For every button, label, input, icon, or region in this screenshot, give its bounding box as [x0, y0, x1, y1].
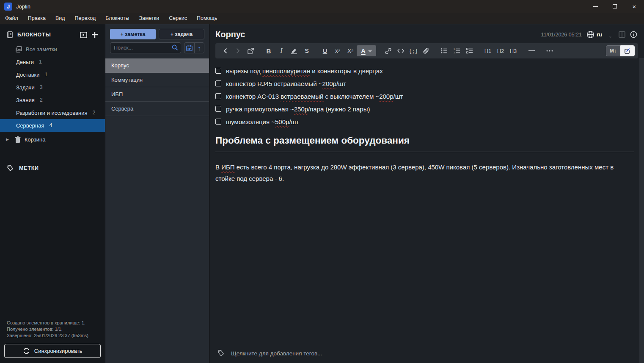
note-list-items: КорпусКоммутацияИБПСервера	[105, 58, 209, 116]
spellcheck-language[interactable]: ru	[586, 30, 602, 39]
close-button[interactable]: ×	[625, 0, 644, 13]
strikethrough-icon[interactable]: S	[300, 45, 313, 56]
notebook-label: Разработки и исследования	[16, 110, 88, 116]
svg-text:1.: 1.	[454, 48, 456, 50]
tag-bar[interactable]: Щелкните для добавления тегов...	[209, 344, 644, 363]
sidebar-item-notebook[interactable]: Знания2	[0, 94, 105, 106]
heading1-button[interactable]: H1	[482, 45, 494, 56]
info-icon[interactable]	[630, 31, 637, 38]
underline-icon[interactable]: U	[319, 45, 331, 56]
bold-icon[interactable]: B	[262, 45, 275, 56]
numbered-list-icon[interactable]: 1.2.	[451, 45, 463, 56]
trash-icon	[14, 136, 21, 143]
synchronize-button[interactable]: Синхронизировать	[4, 344, 101, 358]
new-todo-button[interactable]: + задача	[159, 29, 204, 39]
editor-panel: Корпус 11/01/2026 05:21 ru	[209, 24, 644, 363]
text-color-a-glyph: A	[361, 47, 365, 54]
text-segment: и коннекторы в дверцах	[310, 67, 383, 75]
tag-bar-icon	[217, 350, 225, 357]
sort-date-button[interactable]	[184, 43, 194, 53]
sidebar-item-notebook[interactable]: Деньги1	[0, 55, 105, 68]
menu-item[interactable]: Помощь	[197, 15, 217, 21]
note-properties-layout-icon[interactable]	[619, 31, 625, 38]
checkbox-unchecked[interactable]	[215, 119, 221, 125]
heading2-button[interactable]: H2	[494, 45, 507, 56]
bullet-list-icon[interactable]	[438, 45, 451, 56]
maximize-button[interactable]	[605, 0, 625, 13]
checklist-item: ручка прямоугольная ~250р/пара (нужно 2 …	[215, 103, 634, 115]
menu-item[interactable]: Заметки	[139, 15, 159, 21]
trash-expand-icon[interactable]: ▶	[6, 137, 11, 141]
sort-order-button[interactable]: ↑	[194, 43, 204, 53]
toggle-editor-layout-icon[interactable]	[80, 32, 87, 38]
superscript-icon[interactable]: x2	[331, 45, 344, 56]
checklist-item-text: коннектор RJ45 встраиваемый ~200р/шт	[226, 80, 346, 87]
note-count-badge: 4	[50, 122, 52, 128]
back-icon[interactable]	[219, 45, 231, 56]
horizontal-rule-icon[interactable]	[525, 45, 538, 56]
sidebar-item-notebook[interactable]: Доставки1	[0, 68, 105, 81]
note-title[interactable]: Корпус	[215, 30, 537, 39]
text-segment: /шт	[289, 118, 299, 125]
markdown-toggle-button[interactable]: M↓	[606, 45, 620, 56]
inline-code-icon[interactable]	[394, 45, 407, 56]
note-list-item[interactable]: Коммутация	[105, 73, 209, 87]
new-note-button[interactable]: + заметка	[110, 29, 156, 39]
checklist-item: коннектор AC-013 встраеваемый с выключат…	[215, 90, 634, 103]
attachment-icon[interactable]	[420, 45, 432, 56]
trash-label: Корзина	[25, 136, 46, 143]
note-list-item[interactable]: ИБП	[105, 87, 209, 102]
all-notes-label: Все заметки	[26, 46, 57, 53]
text-color-button[interactable]: A	[357, 45, 376, 56]
sidebar-item-notebook[interactable]: Задачи3	[0, 81, 105, 94]
notebook-label: Деньги	[16, 59, 34, 65]
search-input[interactable]	[110, 42, 181, 53]
svg-text:2.: 2.	[454, 51, 456, 54]
sidebar-item-notebook[interactable]: Разработки и исследования2	[0, 106, 105, 119]
heading3-button[interactable]: H3	[507, 45, 520, 56]
sidebar-item-all-notes[interactable]: Все заметки	[0, 43, 105, 55]
note-list-item[interactable]: Корпус	[105, 58, 209, 73]
checkbox-unchecked[interactable]	[215, 68, 221, 74]
joplin-window: J Joplin × ФайлПравкаВидПереходБлокнотыЗ…	[0, 0, 644, 363]
notebook-label: Задачи	[16, 84, 35, 91]
text-segment: коннектор AC-013	[226, 93, 281, 100]
menu-item[interactable]: Файл	[5, 15, 18, 21]
new-notebook-button[interactable]	[91, 31, 98, 38]
checkbox-unchecked[interactable]	[215, 80, 221, 86]
menu-item[interactable]: Переход	[75, 15, 96, 21]
note-list-item-title: Сервера	[111, 105, 133, 112]
sidebar-item-trash[interactable]: ▶ Корзина	[0, 133, 105, 146]
alarm-icon[interactable]	[607, 31, 614, 38]
checkbox-list-icon[interactable]	[463, 45, 476, 56]
notebooks-header: БЛОКНОТЫ	[0, 24, 105, 43]
minimize-button[interactable]	[586, 0, 605, 13]
richtext-toggle-button[interactable]	[620, 45, 635, 56]
subscript-icon[interactable]: X2	[344, 45, 357, 56]
search-icon[interactable]	[171, 44, 179, 53]
misspelled-word: пенополиуретан	[262, 67, 310, 75]
menu-item[interactable]: Правка	[28, 15, 46, 21]
checklist-item-text: вырезы под пенополиуретан и коннекторы в…	[226, 67, 383, 75]
italic-icon[interactable]: I	[275, 45, 288, 56]
sidebar-item-notebook[interactable]: Серверная4	[0, 119, 105, 132]
more-options-icon[interactable]	[543, 45, 556, 56]
menu-item[interactable]: Блокноты	[105, 15, 129, 21]
misspelled-word: 500р	[275, 118, 289, 125]
highlight-icon[interactable]	[288, 45, 300, 56]
note-list-item[interactable]: Сервера	[105, 102, 209, 116]
editor-scrollbar[interactable]	[639, 58, 644, 363]
menu-item[interactable]: Вид	[55, 15, 65, 21]
checkbox-unchecked[interactable]	[215, 106, 221, 112]
code-block-icon[interactable]: {;}	[407, 45, 420, 56]
checkbox-unchecked[interactable]	[215, 93, 221, 99]
editor-mode-toggle: M↓	[606, 45, 635, 56]
link-icon[interactable]	[382, 45, 394, 56]
forward-icon[interactable]	[231, 45, 244, 56]
menu-item[interactable]: Сервис	[169, 15, 187, 21]
external-editor-icon[interactable]	[244, 45, 257, 56]
window-controls: ×	[586, 0, 644, 13]
note-count-badge: 1	[39, 59, 42, 65]
spellcheck-language-code: ru	[597, 31, 602, 38]
note-body[interactable]: вырезы под пенополиуретан и коннекторы в…	[209, 58, 644, 344]
